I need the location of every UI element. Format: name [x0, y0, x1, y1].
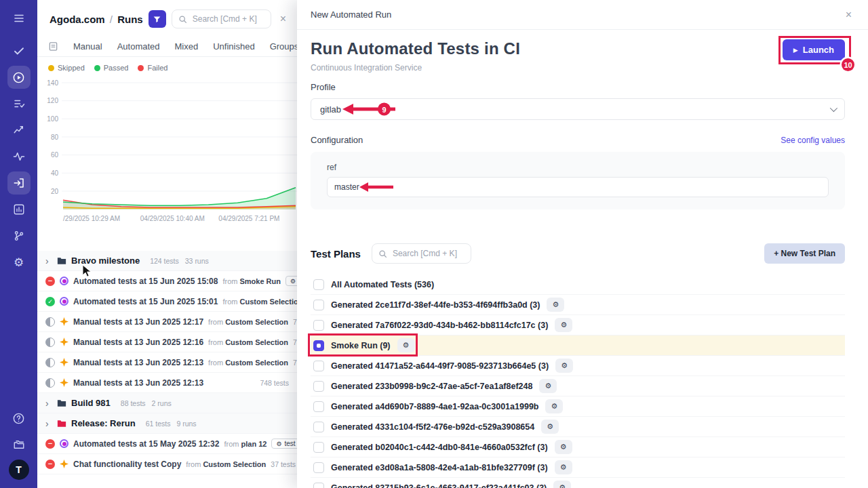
run-list-item[interactable]: Manual tests at 13 Jun 2025 12:16 from C…	[37, 332, 297, 352]
user-avatar[interactable]: T	[9, 460, 29, 480]
runs-panel-close-icon[interactable]: ×	[277, 12, 290, 26]
play-circle-icon[interactable]	[7, 66, 31, 89]
plan-gear-button[interactable]: ⚙	[555, 359, 573, 373]
page-subtitle: Continuous Integration Service	[311, 63, 520, 73]
run-test-badge[interactable]: ⚙test	[285, 276, 297, 286]
modal-close-icon[interactable]: ×	[842, 7, 856, 22]
runs-search[interactable]	[172, 9, 271, 28]
plan-gear-button[interactable]: ⚙	[541, 420, 559, 434]
breadcrumb-project[interactable]: Agoda.com	[50, 14, 105, 25]
run-test-badge[interactable]: ⚙test	[271, 439, 297, 449]
plan-gear-button[interactable]: ⚙	[553, 481, 571, 488]
test-plan-row[interactable]: Generated 2ce11f7d-38ef-44fe-b353-4f694f…	[311, 295, 845, 315]
run-folder-row[interactable]: › Build 981 88 tests 2 runs	[37, 393, 297, 413]
plan-checkbox[interactable]	[313, 361, 324, 371]
runs-list: › Bravo milestone 124 tests 33 runs Auto…	[37, 251, 297, 474]
checklist-icon[interactable]	[7, 92, 31, 115]
chevron-right-icon[interactable]: ›	[45, 256, 52, 266]
modal-title: New Automated Run	[311, 9, 391, 20]
plan-checkbox[interactable]	[313, 401, 324, 412]
analytics-icon[interactable]	[7, 198, 31, 221]
plan-checkbox[interactable]	[313, 381, 324, 392]
menu-icon[interactable]	[7, 7, 31, 30]
plans-search-input[interactable]	[391, 248, 465, 259]
test-plan-row[interactable]: All Automated Tests (536)	[311, 274, 845, 295]
run-list-item[interactable]: Automated tests at 15 Jun 2025 15:08 fro…	[37, 271, 297, 291]
pulse-icon[interactable]	[7, 145, 31, 168]
plan-checkbox[interactable]	[313, 442, 324, 453]
gear-icon[interactable]: ⚙	[7, 251, 31, 274]
test-plan-row[interactable]: Generated a4d690b7-8889-4ae1-92aa-0c3001…	[311, 396, 845, 417]
run-from-word: from	[224, 440, 241, 448]
trend-icon[interactable]	[7, 119, 31, 142]
projects-icon[interactable]	[7, 433, 31, 456]
plans-search[interactable]	[372, 243, 471, 264]
plan-gear-button[interactable]: ⚙	[545, 399, 563, 413]
plan-label: Generated 41471a52-a644-49f7-9085-923713…	[331, 361, 549, 371]
folder-test-count: 61 tests	[146, 420, 171, 428]
profile-label: Profile	[311, 82, 845, 92]
run-list-item[interactable]: Automated tests at 15 Jun 2025 15:01 fro…	[37, 291, 297, 312]
run-from-word: from	[186, 460, 203, 468]
check-icon[interactable]	[7, 39, 31, 62]
run-folder-row[interactable]: › Bravo milestone 124 tests 33 runs	[37, 251, 297, 271]
test-plan-row[interactable]: Generated 7a76f022-93d0-434b-b462-bb8114…	[311, 315, 845, 336]
plan-checkbox[interactable]	[313, 422, 324, 432]
test-plan-row[interactable]: Generated e3d08a1a-5808-42e4-a1ab-81bfe3…	[311, 458, 845, 478]
folder-icon	[57, 256, 66, 265]
run-list-item[interactable]: Manual tests at 13 Jun 2025 12:13 from C…	[37, 352, 297, 373]
tab-mixed[interactable]: Mixed	[175, 41, 199, 52]
plan-checkbox[interactable]	[313, 300, 324, 310]
plan-gear-button[interactable]: ⚙	[547, 298, 564, 312]
plan-gear-button[interactable]: ⚙	[555, 460, 572, 474]
see-config-values-link[interactable]: See config values	[781, 136, 845, 145]
plan-gear-button[interactable]: ⚙	[555, 318, 572, 332]
test-plan-row[interactable]: Generated b02040c1-c442-4db0-841e-4660a0…	[311, 437, 845, 458]
plan-gear-button[interactable]: ⚙	[539, 379, 557, 393]
plan-gear-button[interactable]: ⚙	[397, 338, 415, 352]
play-icon: ▶	[793, 47, 798, 54]
test-plan-row[interactable]: Generated 41471a52-a644-49f7-9085-923713…	[311, 356, 845, 376]
run-from: from plan 12	[224, 440, 267, 448]
chevron-right-icon[interactable]: ›	[45, 418, 52, 429]
runs-search-input[interactable]	[191, 14, 264, 24]
tab-automated[interactable]: Automated	[117, 41, 160, 52]
launch-button[interactable]: ▶ Launch	[783, 39, 845, 60]
filter-button[interactable]	[149, 10, 166, 28]
run-trailing: 748 tests	[260, 379, 289, 387]
run-list-item[interactable]: Chat functionality test Copy from Custom…	[37, 454, 297, 474]
ref-input[interactable]	[327, 177, 829, 197]
run-list-item[interactable]: Manual tests at 13 Jun 2025 12:17 from C…	[37, 312, 297, 332]
run-from-word: from	[208, 318, 225, 326]
folder-test-count: 88 tests	[121, 399, 146, 407]
chevron-right-icon[interactable]: ›	[45, 398, 52, 409]
new-test-plan-button[interactable]: + New Test Plan	[764, 243, 845, 264]
modal-body: Run Automated Tests in CI Continuous Int…	[297, 30, 868, 488]
run-from: from Custom Selection	[208, 359, 288, 367]
plan-checkbox[interactable]	[313, 340, 324, 351]
run-list-item[interactable]: Manual tests at 13 Jun 2025 12:13 748 te…	[37, 373, 297, 393]
profile-select[interactable]: gitlab	[311, 98, 845, 120]
tab-manual[interactable]: Manual	[73, 41, 102, 52]
plan-checkbox[interactable]	[313, 462, 324, 473]
test-plan-row[interactable]: Generated 83715b93-6c1e-4663-9417-ef23a4…	[311, 478, 845, 488]
plan-gear-button[interactable]: ⚙	[555, 440, 572, 454]
legend-dot	[48, 65, 54, 71]
test-plan-row[interactable]: Generated 4331c104-f5f2-476e-b92d-c529a3…	[311, 417, 845, 437]
runs-report-icon[interactable]	[48, 41, 58, 52]
help-icon[interactable]	[7, 407, 31, 430]
run-kind-icon	[60, 277, 68, 285]
test-plan-row[interactable]: Smoke Run (9) ⚙	[311, 336, 845, 356]
test-plan-row[interactable]: Generated 233b0998-b9c2-47ae-a5cf-7ea1af…	[311, 376, 845, 396]
tab-groups[interactable]: Groups	[270, 41, 299, 52]
tab-unfinished[interactable]: Unfinished	[213, 41, 254, 52]
plan-checkbox[interactable]	[313, 483, 324, 488]
plan-checkbox[interactable]	[313, 320, 324, 331]
run-test-count: 37 tests	[271, 460, 296, 468]
run-folder-row[interactable]: › Release: Rerun 61 tests 9 runs	[37, 413, 297, 434]
folder-name: Build 981	[71, 398, 111, 408]
run-list-item[interactable]: Automated tests at 15 May 2025 12:32 fro…	[37, 434, 297, 454]
branch-icon[interactable]	[7, 224, 31, 247]
import-icon[interactable]	[7, 171, 31, 195]
plan-checkbox[interactable]	[313, 279, 324, 290]
